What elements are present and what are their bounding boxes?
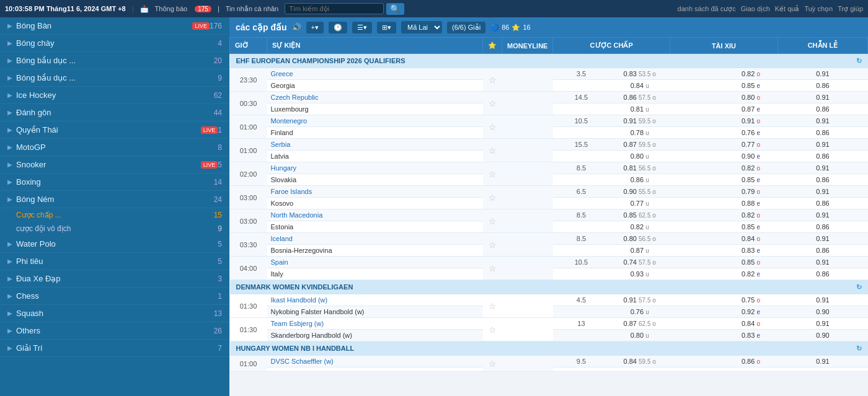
topbar-nav-help[interactable]: Trợ giúp <box>838 5 863 13</box>
sidebar-item-snooker[interactable]: ▶ Snooker LIVE 5 <box>0 156 229 174</box>
star-cell[interactable]: ☆ <box>483 233 502 257</box>
topbar-nav-transactions[interactable]: Giao dịch <box>741 5 770 13</box>
refresh-icon[interactable]: ↻ <box>856 57 862 65</box>
oe-odds2[interactable]: 0.86 <box>777 151 867 162</box>
star-cell[interactable]: ☆ <box>483 186 502 209</box>
handicap-odds1[interactable]: 0.87 62.5 o <box>609 318 670 330</box>
total-odds2[interactable]: 0.88 e <box>724 198 777 209</box>
region-select[interactable]: Mã Lai <box>401 21 442 33</box>
team1-name[interactable]: North Macedonia <box>267 209 483 221</box>
oe-odds1[interactable]: 0.91 <box>777 318 867 330</box>
total-odds2[interactable]: 0.90 e <box>724 151 777 162</box>
handicap-odds1[interactable]: 0.86 57.5 o <box>609 92 670 103</box>
oe-odds1[interactable]: 0.91 <box>777 139 867 151</box>
team2-name[interactable]: Slovakia <box>267 174 483 186</box>
sidebar-item-bong-bau-duc-2[interactable]: ▶ Bóng bầu dục ... 9 <box>0 69 229 87</box>
search-input[interactable] <box>285 3 384 14</box>
topbar-nav-settings[interactable]: Tuỳ chọn <box>804 5 833 13</box>
handicap-odds2[interactable]: 0.93 u <box>609 268 670 280</box>
oe-odds2[interactable]: 0.86 <box>777 103 867 115</box>
star-cell[interactable]: ☆ <box>483 68 502 92</box>
oe-odds2[interactable]: 0.90 <box>777 330 867 341</box>
team2-name[interactable]: Georgia <box>267 80 483 92</box>
handicap-odds2[interactable]: 0.77 u <box>609 198 670 209</box>
clock-button[interactable]: 🕐 <box>329 22 347 33</box>
team2-name[interactable]: Estonia <box>267 221 483 233</box>
handicap-odds1[interactable]: 0.80 56.5 o <box>609 233 670 245</box>
sidebar-sub-cuoc-chap[interactable]: Cược chấp ... 15 <box>0 208 229 222</box>
total-odds2[interactable]: 0.85 e <box>724 221 777 233</box>
oe-odds1[interactable]: 0.91 <box>777 356 867 367</box>
total-odds1[interactable]: 0.82 o <box>724 209 777 221</box>
team2-name[interactable]: Skanderborg Handbold (w) <box>267 330 483 341</box>
star-cell[interactable]: ☆ <box>483 115 502 139</box>
sidebar-item-water-polo[interactable]: ▶ Water Polo 5 <box>0 235 229 253</box>
oe-odds2[interactable]: 0.86 <box>777 268 867 280</box>
handicap-odds1[interactable]: 0.91 59.5 o <box>609 115 670 127</box>
oe-odds2[interactable]: 0.86 <box>777 80 867 92</box>
sidebar-item-bong-chay[interactable]: ▶ Bóng chày 4 <box>0 35 229 52</box>
handicap-odds1[interactable]: 0.90 55.5 o <box>609 186 670 198</box>
handicap-odds1[interactable]: 0.83 53.5 o <box>609 68 670 80</box>
oe-odds1[interactable]: 0.91 <box>777 162 867 174</box>
team1-name[interactable]: Iceland <box>267 233 483 245</box>
star-cell[interactable]: ☆ <box>483 139 502 162</box>
total-odds2[interactable]: 0.83 e <box>724 245 777 257</box>
oe-odds2[interactable]: 0.86 <box>777 127 867 139</box>
oe-odds1[interactable]: 0.91 <box>777 294 867 306</box>
handicap-odds2[interactable]: 0.80 u <box>609 330 670 341</box>
oe-odds1[interactable]: 0.91 <box>777 68 867 80</box>
star-cell[interactable]: ☆ <box>483 257 502 280</box>
oe-odds2[interactable]: 0.86 <box>777 245 867 257</box>
total-odds2[interactable]: 0.92 e <box>724 306 777 318</box>
handicap-odds1[interactable]: 0.81 56.5 o <box>609 162 670 174</box>
team2-name[interactable]: Finland <box>267 127 483 139</box>
handicap-odds2[interactable]: 0.82 u <box>609 221 670 233</box>
team2-name[interactable]: Italy <box>267 268 483 280</box>
team1-name[interactable]: Serbia <box>267 139 483 151</box>
total-odds1[interactable]: 0.77 o <box>724 139 777 151</box>
total-odds2[interactable] <box>724 367 777 372</box>
sidebar-item-giai-tri[interactable]: ▶ Giải Trí 7 <box>0 340 229 357</box>
list-button[interactable]: ☰▾ <box>352 22 372 33</box>
total-odds2[interactable]: 0.82 e <box>724 268 777 280</box>
handicap-odds2[interactable]: 0.87 u <box>609 245 670 257</box>
star-cell[interactable]: ☆ <box>483 294 502 318</box>
team2-name[interactable]: Bosnia-Herzegovina <box>267 245 483 257</box>
handicap-odds2[interactable]: 0.81 u <box>609 103 670 115</box>
total-odds2[interactable]: 0.83 e <box>724 330 777 341</box>
rounds-button[interactable]: (6/6) Giải <box>447 22 485 33</box>
handicap-odds1[interactable]: 0.85 62.5 o <box>609 209 670 221</box>
sidebar-item-boxing[interactable]: ▶ Boxing 14 <box>0 174 229 191</box>
oe-odds1[interactable]: 0.91 <box>777 115 867 127</box>
total-odds1[interactable]: 0.75 o <box>724 294 777 306</box>
total-odds1[interactable]: 0.85 o <box>724 257 777 268</box>
sidebar-sub-cuoc-doi[interactable]: cược đội vô địch 9 <box>0 222 229 235</box>
search-button[interactable]: 🔍 <box>386 3 404 15</box>
add-button[interactable]: +▾ <box>306 22 324 33</box>
handicap-odds1[interactable]: 0.84 59.5 o <box>609 356 670 367</box>
oe-odds2[interactable]: 0.86 <box>777 221 867 233</box>
handicap-odds1[interactable]: 0.74 57.5 o <box>609 257 670 268</box>
team1-name[interactable]: Spain <box>267 257 483 268</box>
star-cell[interactable]: ☆ <box>483 356 502 372</box>
total-odds1[interactable]: 0.82 o <box>724 68 777 80</box>
total-odds1[interactable]: 0.86 o <box>724 356 777 367</box>
star-cell[interactable]: ☆ <box>483 92 502 115</box>
sidebar-item-bong-bau-duc-1[interactable]: ▶ Bóng bầu dục ... 20 <box>0 52 229 69</box>
total-odds2[interactable]: 0.76 e <box>724 127 777 139</box>
sidebar-item-squash[interactable]: ▶ Squash 13 <box>0 305 229 322</box>
team2-name[interactable]: Latvia <box>267 151 483 162</box>
handicap-odds2[interactable]: 0.76 u <box>609 306 670 318</box>
team2-name[interactable] <box>267 367 483 372</box>
star-cell[interactable]: ☆ <box>483 318 502 341</box>
refresh-icon[interactable]: ↻ <box>856 345 862 353</box>
star-cell[interactable]: ☆ <box>483 162 502 186</box>
team1-name[interactable]: Montenegro <box>267 115 483 127</box>
sidebar-item-dua-xe-dap[interactable]: ▶ Đua Xe Đạp 3 <box>0 270 229 288</box>
team2-name[interactable]: Kosovo <box>267 198 483 209</box>
messages-label[interactable]: Tin nhắn cá nhân <box>226 5 278 13</box>
handicap-odds2[interactable] <box>609 367 670 372</box>
team1-name[interactable]: Faroe Islands <box>267 186 483 198</box>
total-odds1[interactable]: 0.79 o <box>724 186 777 198</box>
